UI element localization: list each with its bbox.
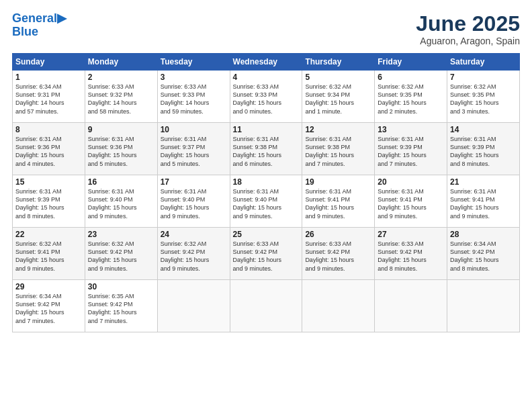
table-cell: 13Sunrise: 6:31 AMSunset: 9:39 PMDayligh… xyxy=(375,123,447,175)
day-number: 14 xyxy=(450,125,517,134)
cell-info: Sunrise: 6:34 AMSunset: 9:42 PMDaylight:… xyxy=(450,240,499,271)
calendar-row: 29Sunrise: 6:34 AMSunset: 9:42 PMDayligh… xyxy=(13,280,520,332)
cell-info: Sunrise: 6:32 AMSunset: 9:34 PMDaylight:… xyxy=(305,83,354,114)
calendar-body: 1Sunrise: 6:34 AMSunset: 9:31 PMDaylight… xyxy=(13,71,520,332)
table-cell: 24Sunrise: 6:32 AMSunset: 9:42 PMDayligh… xyxy=(157,228,230,280)
calendar-row: 22Sunrise: 6:32 AMSunset: 9:41 PMDayligh… xyxy=(13,228,520,280)
cell-info: Sunrise: 6:33 AMSunset: 9:33 PMDaylight:… xyxy=(161,83,210,114)
logo-line1: General xyxy=(12,11,57,25)
table-cell: 29Sunrise: 6:34 AMSunset: 9:42 PMDayligh… xyxy=(13,280,85,332)
table-cell xyxy=(375,280,447,332)
table-cell: 15Sunrise: 6:31 AMSunset: 9:39 PMDayligh… xyxy=(13,175,85,228)
col-sunday: Sunday xyxy=(13,54,85,71)
month-title: June 2025 xyxy=(416,12,520,36)
table-cell xyxy=(302,280,375,332)
cell-info: Sunrise: 6:31 AMSunset: 9:38 PMDaylight:… xyxy=(233,136,282,167)
day-number: 24 xyxy=(161,230,227,239)
table-cell xyxy=(230,280,302,332)
table-cell: 21Sunrise: 6:31 AMSunset: 9:41 PMDayligh… xyxy=(447,175,520,228)
cell-info: Sunrise: 6:31 AMSunset: 9:41 PMDaylight:… xyxy=(450,188,499,219)
table-cell: 4Sunrise: 6:33 AMSunset: 9:33 PMDaylight… xyxy=(230,71,302,123)
table-cell: 26Sunrise: 6:33 AMSunset: 9:42 PMDayligh… xyxy=(302,228,375,280)
day-number: 20 xyxy=(378,177,444,187)
cell-info: Sunrise: 6:31 AMSunset: 9:40 PMDaylight:… xyxy=(233,188,282,219)
cell-info: Sunrise: 6:31 AMSunset: 9:40 PMDaylight:… xyxy=(88,188,137,219)
col-saturday: Saturday xyxy=(447,54,520,71)
day-number: 6 xyxy=(378,73,444,82)
table-cell: 20Sunrise: 6:31 AMSunset: 9:41 PMDayligh… xyxy=(375,175,447,228)
calendar-row: 15Sunrise: 6:31 AMSunset: 9:39 PMDayligh… xyxy=(13,175,520,228)
header: General▶ Blue June 2025 Aguaron, Aragon,… xyxy=(12,12,520,46)
day-number: 5 xyxy=(305,73,371,82)
day-number: 26 xyxy=(305,230,371,239)
cell-info: Sunrise: 6:33 AMSunset: 9:32 PMDaylight:… xyxy=(88,83,137,114)
cell-info: Sunrise: 6:32 AMSunset: 9:42 PMDaylight:… xyxy=(88,240,137,271)
cell-info: Sunrise: 6:32 AMSunset: 9:41 PMDaylight:… xyxy=(15,240,64,271)
cell-info: Sunrise: 6:33 AMSunset: 9:33 PMDaylight:… xyxy=(233,83,282,114)
day-number: 17 xyxy=(161,177,227,187)
cell-info: Sunrise: 6:31 AMSunset: 9:40 PMDaylight:… xyxy=(161,188,210,219)
logo: General▶ Blue xyxy=(12,12,66,38)
table-cell: 16Sunrise: 6:31 AMSunset: 9:40 PMDayligh… xyxy=(85,175,157,228)
table-cell: 5Sunrise: 6:32 AMSunset: 9:34 PMDaylight… xyxy=(302,71,375,123)
table-cell: 23Sunrise: 6:32 AMSunset: 9:42 PMDayligh… xyxy=(85,228,157,280)
day-number: 18 xyxy=(233,177,300,187)
col-tuesday: Tuesday xyxy=(157,54,230,71)
day-number: 19 xyxy=(305,177,371,187)
day-number: 4 xyxy=(233,73,300,82)
day-number: 9 xyxy=(88,125,154,134)
col-monday: Monday xyxy=(85,54,157,71)
header-row: Sunday Monday Tuesday Wednesday Thursday… xyxy=(13,54,520,71)
table-cell: 8Sunrise: 6:31 AMSunset: 9:36 PMDaylight… xyxy=(13,123,85,175)
table-cell xyxy=(157,280,230,332)
cell-info: Sunrise: 6:33 AMSunset: 9:42 PMDaylight:… xyxy=(233,240,282,271)
day-number: 28 xyxy=(450,230,517,239)
cell-info: Sunrise: 6:31 AMSunset: 9:36 PMDaylight:… xyxy=(88,136,137,167)
day-number: 7 xyxy=(450,73,517,82)
cell-info: Sunrise: 6:31 AMSunset: 9:37 PMDaylight:… xyxy=(161,136,210,167)
title-block: June 2025 Aguaron, Aragon, Spain xyxy=(416,12,520,46)
table-cell: 9Sunrise: 6:31 AMSunset: 9:36 PMDaylight… xyxy=(85,123,157,175)
day-number: 8 xyxy=(15,125,82,134)
cell-info: Sunrise: 6:32 AMSunset: 9:42 PMDaylight:… xyxy=(161,240,210,271)
col-friday: Friday xyxy=(375,54,447,71)
cell-info: Sunrise: 6:31 AMSunset: 9:39 PMDaylight:… xyxy=(378,136,427,167)
logo-line2: Blue xyxy=(12,26,66,38)
col-wednesday: Wednesday xyxy=(230,54,302,71)
table-cell: 17Sunrise: 6:31 AMSunset: 9:40 PMDayligh… xyxy=(157,175,230,228)
table-cell: 18Sunrise: 6:31 AMSunset: 9:40 PMDayligh… xyxy=(230,175,302,228)
table-cell: 6Sunrise: 6:32 AMSunset: 9:35 PMDaylight… xyxy=(375,71,447,123)
cell-info: Sunrise: 6:32 AMSunset: 9:35 PMDaylight:… xyxy=(378,83,427,114)
table-cell: 19Sunrise: 6:31 AMSunset: 9:41 PMDayligh… xyxy=(302,175,375,228)
col-thursday: Thursday xyxy=(302,54,375,71)
cell-info: Sunrise: 6:34 AMSunset: 9:42 PMDaylight:… xyxy=(15,293,64,324)
day-number: 22 xyxy=(15,230,82,239)
table-cell: 10Sunrise: 6:31 AMSunset: 9:37 PMDayligh… xyxy=(157,123,230,175)
day-number: 1 xyxy=(15,73,82,82)
day-number: 25 xyxy=(233,230,300,239)
cell-info: Sunrise: 6:32 AMSunset: 9:35 PMDaylight:… xyxy=(450,83,499,114)
calendar-row: 8Sunrise: 6:31 AMSunset: 9:36 PMDaylight… xyxy=(13,123,520,175)
table-cell: 25Sunrise: 6:33 AMSunset: 9:42 PMDayligh… xyxy=(230,228,302,280)
table-cell: 1Sunrise: 6:34 AMSunset: 9:31 PMDaylight… xyxy=(13,71,85,123)
location: Aguaron, Aragon, Spain xyxy=(416,36,520,46)
day-number: 21 xyxy=(450,177,517,187)
table-cell: 3Sunrise: 6:33 AMSunset: 9:33 PMDaylight… xyxy=(157,71,230,123)
calendar-table: Sunday Monday Tuesday Wednesday Thursday… xyxy=(12,53,520,332)
day-number: 30 xyxy=(88,282,154,291)
logo-blue: ▶ xyxy=(57,11,66,25)
table-cell: 28Sunrise: 6:34 AMSunset: 9:42 PMDayligh… xyxy=(447,228,520,280)
cell-info: Sunrise: 6:31 AMSunset: 9:39 PMDaylight:… xyxy=(450,136,499,167)
day-number: 29 xyxy=(15,282,82,291)
table-cell: 14Sunrise: 6:31 AMSunset: 9:39 PMDayligh… xyxy=(447,123,520,175)
calendar-row: 1Sunrise: 6:34 AMSunset: 9:31 PMDaylight… xyxy=(13,71,520,123)
cell-info: Sunrise: 6:35 AMSunset: 9:42 PMDaylight:… xyxy=(88,293,137,324)
cell-info: Sunrise: 6:33 AMSunset: 9:42 PMDaylight:… xyxy=(305,240,354,271)
day-number: 13 xyxy=(378,125,444,134)
table-cell: 2Sunrise: 6:33 AMSunset: 9:32 PMDaylight… xyxy=(85,71,157,123)
day-number: 16 xyxy=(88,177,154,187)
day-number: 27 xyxy=(378,230,444,239)
table-cell: 22Sunrise: 6:32 AMSunset: 9:41 PMDayligh… xyxy=(13,228,85,280)
cell-info: Sunrise: 6:31 AMSunset: 9:36 PMDaylight:… xyxy=(15,136,64,167)
cell-info: Sunrise: 6:31 AMSunset: 9:38 PMDaylight:… xyxy=(305,136,354,167)
